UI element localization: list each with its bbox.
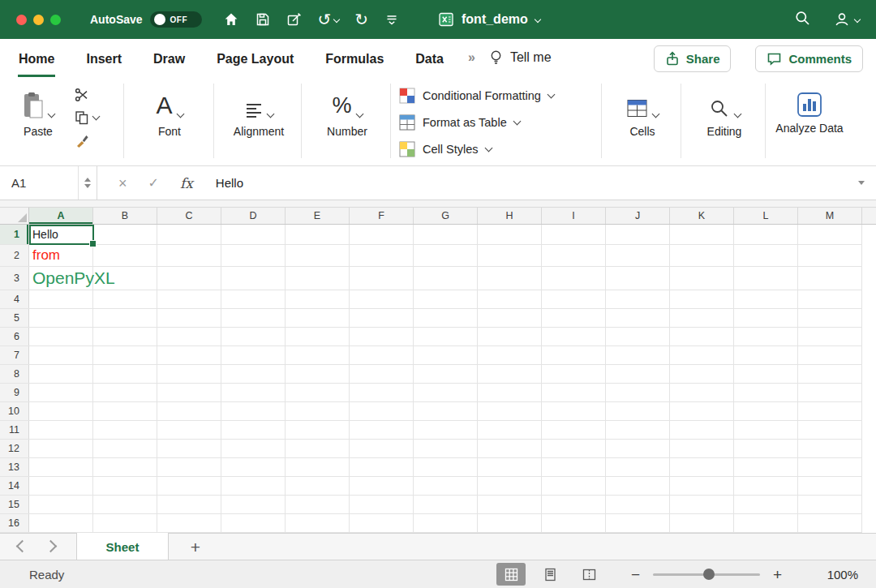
cell-I15[interactable] (542, 496, 606, 513)
cell-M1[interactable] (798, 225, 862, 244)
cell-E7[interactable] (286, 346, 350, 364)
cell-I10[interactable] (542, 402, 606, 420)
page-break-view-button[interactable] (574, 563, 603, 586)
name-box[interactable]: A1 (0, 166, 97, 200)
fullscreen-button[interactable] (50, 15, 61, 25)
column-header-M[interactable]: M (798, 208, 862, 224)
cell-L13[interactable] (734, 458, 798, 476)
cell-B12[interactable] (93, 440, 157, 457)
format-painter-button[interactable] (75, 133, 89, 148)
cell-E15[interactable] (286, 496, 350, 513)
cell-F12[interactable] (350, 440, 414, 457)
cell-M2[interactable] (798, 245, 862, 266)
cell-J11[interactable] (606, 421, 670, 439)
cell-K15[interactable] (670, 496, 734, 513)
normal-view-button[interactable] (496, 563, 526, 586)
cell-D3[interactable] (221, 267, 286, 290)
cell-E13[interactable] (286, 458, 350, 476)
cell-G2[interactable] (414, 245, 478, 266)
insert-function-button[interactable]: fx (180, 175, 193, 191)
row-header-5[interactable]: 5 (0, 309, 29, 327)
page-layout-view-button[interactable] (535, 563, 565, 586)
cell-F6[interactable] (350, 328, 414, 346)
cell-F10[interactable] (350, 402, 414, 420)
cell-D2[interactable] (221, 245, 286, 266)
row-header-15[interactable]: 15 (0, 496, 29, 513)
column-header-H[interactable]: H (478, 208, 542, 224)
tab-home[interactable]: Home (18, 42, 55, 77)
tab-draw[interactable]: Draw (152, 42, 186, 77)
cell-D15[interactable] (221, 496, 286, 513)
cell-M10[interactable] (798, 402, 862, 420)
row-header-6[interactable]: 6 (0, 328, 29, 346)
tab-data[interactable]: Data (414, 42, 444, 77)
cell-F8[interactable] (350, 365, 414, 383)
cell-D9[interactable] (221, 384, 286, 401)
cell-M13[interactable] (798, 458, 862, 476)
row-header-8[interactable]: 8 (0, 365, 29, 383)
cell-M12[interactable] (798, 440, 862, 457)
cell-D12[interactable] (221, 440, 286, 457)
cell-F13[interactable] (350, 458, 414, 476)
cell-G14[interactable] (414, 477, 478, 495)
cell-K10[interactable] (670, 402, 734, 420)
column-header-C[interactable]: C (157, 208, 221, 224)
cancel-button[interactable]: × (118, 176, 127, 191)
cell-C2[interactable] (157, 245, 221, 266)
cell-C11[interactable] (157, 421, 221, 439)
cell-B16[interactable] (93, 514, 157, 532)
formula-input[interactable]: Hello (216, 176, 243, 190)
home-button[interactable] (223, 11, 239, 28)
cell-H1[interactable] (478, 225, 542, 244)
cell-B14[interactable] (93, 477, 157, 495)
cell-M6[interactable] (798, 328, 862, 346)
cell-K14[interactable] (670, 477, 734, 495)
name-box-stepper[interactable] (78, 166, 97, 200)
row-header-12[interactable]: 12 (0, 440, 29, 457)
cell-H14[interactable] (478, 477, 542, 495)
cell-J8[interactable] (606, 365, 670, 383)
row-header-13[interactable]: 13 (0, 458, 29, 476)
cell-K6[interactable] (670, 328, 734, 346)
close-button[interactable] (16, 15, 27, 25)
cell-K13[interactable] (670, 458, 734, 476)
cell-I13[interactable] (542, 458, 606, 476)
cell-L5[interactable] (734, 309, 798, 327)
autosave-toggle[interactable]: OFF (150, 11, 202, 28)
next-sheet-button[interactable] (46, 539, 55, 554)
cell-C4[interactable] (157, 290, 221, 308)
cell-J10[interactable] (606, 402, 670, 420)
cell-E6[interactable] (286, 328, 350, 346)
cell-H6[interactable] (478, 328, 542, 346)
cell-J6[interactable] (606, 328, 670, 346)
cells-menu[interactable]: Cells (607, 85, 678, 138)
cell-L16[interactable] (734, 514, 798, 532)
cell-I4[interactable] (542, 290, 606, 308)
cell-G12[interactable] (414, 440, 478, 457)
column-header-A[interactable]: A (29, 208, 93, 224)
row-header-3[interactable]: 3 (0, 267, 29, 290)
fill-handle[interactable] (89, 240, 97, 247)
cell-E3[interactable] (286, 267, 350, 290)
cell-J13[interactable] (606, 458, 670, 476)
cell-E2[interactable] (286, 245, 350, 266)
cell-H2[interactable] (478, 245, 542, 266)
cell-D16[interactable] (221, 514, 286, 532)
cell-M14[interactable] (798, 477, 862, 495)
cell-G4[interactable] (414, 290, 478, 308)
cell-M9[interactable] (798, 384, 862, 401)
cell-A3[interactable]: OpenPyXL (29, 267, 93, 290)
cell-I2[interactable] (542, 245, 606, 266)
cell-L4[interactable] (734, 290, 798, 308)
cell-A5[interactable] (29, 309, 93, 327)
cell-L10[interactable] (734, 402, 798, 420)
cell-J2[interactable] (606, 245, 670, 266)
cell-E11[interactable] (286, 421, 350, 439)
row-header-7[interactable]: 7 (0, 346, 29, 364)
edit-button[interactable] (286, 11, 303, 28)
sheet-tab[interactable]: Sheet (76, 533, 169, 560)
cell-L15[interactable] (734, 496, 798, 513)
cell-F3[interactable] (350, 267, 414, 290)
zoom-slider[interactable] (653, 573, 760, 576)
prev-sheet-button[interactable] (18, 539, 27, 554)
